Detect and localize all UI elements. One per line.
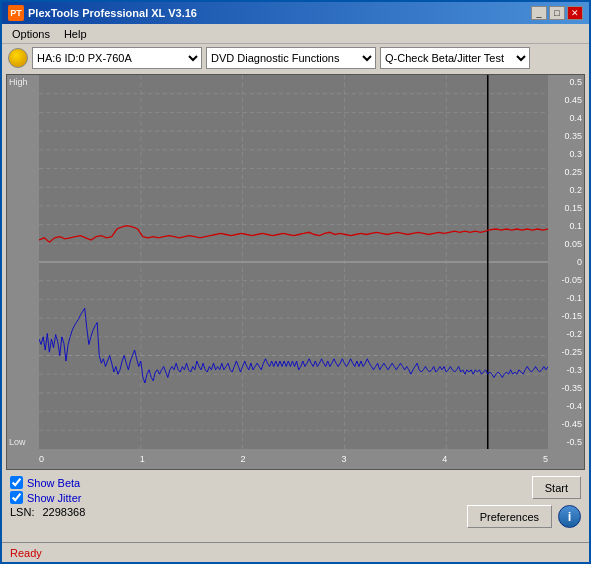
chart-svg [39,75,548,449]
window-title: PlexTools Professional XL V3.16 [28,7,197,19]
menu-bar: Options Help [2,24,589,44]
show-beta-checkbox[interactable] [10,476,23,489]
status-bar: Ready [2,542,589,562]
info-button[interactable]: i [558,505,581,528]
test-select[interactable]: Q-Check Beta/Jitter Test [380,47,530,69]
bottom-panel: Show Beta Show Jitter LSN: 2298368 Start… [2,472,589,542]
bottom-left: Show Beta Show Jitter LSN: 2298368 [10,476,85,518]
status-text: Ready [10,547,42,559]
close-button[interactable]: ✕ [567,6,583,20]
y-axis-right: 0.5 0.45 0.4 0.35 0.3 0.25 0.2 0.15 0.1 … [548,75,584,449]
x-axis: 0 1 2 3 4 5 [39,449,548,469]
device-select[interactable]: HA:6 ID:0 PX-760A [32,47,202,69]
bottom-right: Start Preferences i [467,476,581,528]
lsn-value: 2298368 [42,506,85,518]
chart-plot [39,75,548,449]
bottom-main: Show Beta Show Jitter LSN: 2298368 Start… [10,476,581,528]
show-beta-label: Show Beta [27,477,80,489]
show-jitter-label: Show Jitter [27,492,81,504]
device-icon [8,48,28,68]
toolbar: HA:6 ID:0 PX-760A DVD Diagnostic Functio… [2,44,589,72]
y-low-label: Low [9,437,26,447]
title-bar-left: PT PlexTools Professional XL V3.16 [8,5,197,21]
lsn-row: LSN: 2298368 [10,506,85,518]
show-jitter-item: Show Jitter [10,491,85,504]
chart-container: High Low 0.5 0.45 0.4 0.35 0.3 0.25 0.2 … [6,74,585,470]
maximize-button[interactable]: □ [549,6,565,20]
title-controls: _ □ ✕ [531,6,583,20]
menu-help[interactable]: Help [58,26,93,42]
show-jitter-checkbox[interactable] [10,491,23,504]
main-window: PT PlexTools Professional XL V3.16 _ □ ✕… [0,0,591,564]
title-bar: PT PlexTools Professional XL V3.16 _ □ ✕ [2,2,589,24]
minimize-button[interactable]: _ [531,6,547,20]
start-button[interactable]: Start [532,476,581,499]
show-beta-item: Show Beta [10,476,85,489]
menu-options[interactable]: Options [6,26,56,42]
app-icon: PT [8,5,24,21]
preferences-button[interactable]: Preferences [467,505,552,528]
checkboxes: Show Beta Show Jitter [10,476,85,504]
lsn-label: LSN: [10,506,34,518]
function-select[interactable]: DVD Diagnostic Functions [206,47,376,69]
y-high-label: High [9,77,28,87]
